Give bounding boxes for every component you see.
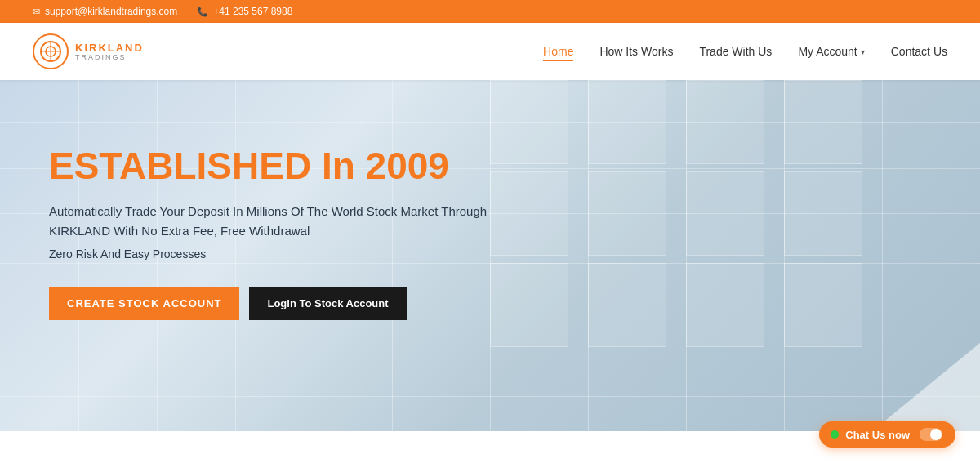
- nav-links: Home How Its Works Trade With Us My Acco…: [543, 44, 947, 59]
- hero-content: ESTABLISHED In 2009 Automatically Trade …: [0, 80, 612, 385]
- email-contact: ✉ support@kirklandtradings.com: [33, 6, 177, 17]
- chat-toggle[interactable]: [920, 428, 942, 441]
- phone-icon: 📞: [197, 7, 208, 17]
- nav-item-how[interactable]: How Its Works: [599, 44, 673, 59]
- email-icon: ✉: [33, 7, 40, 17]
- chevron-down-icon: ▾: [861, 47, 865, 56]
- hero-title: ESTABLISHED In 2009: [49, 145, 564, 187]
- nav-link-contact[interactable]: Contact Us: [891, 45, 947, 58]
- hero-description: Automatically Trade Your Deposit In Mill…: [49, 202, 523, 241]
- phone-contact: 📞 +41 235 567 8988: [197, 6, 292, 17]
- logo-icon: [33, 33, 69, 69]
- login-button[interactable]: Login To Stock Account: [249, 287, 406, 320]
- nav-item-trade[interactable]: Trade With Us: [699, 44, 772, 59]
- logo[interactable]: KIRKLAND TRADINGS: [33, 33, 144, 69]
- chat-widget[interactable]: Chat Us now: [819, 421, 956, 448]
- nav-item-account[interactable]: My Account ▾: [798, 45, 864, 58]
- create-account-button[interactable]: CREATE STOCK ACCOUNT: [49, 287, 239, 320]
- navbar: KIRKLAND TRADINGS Home How Its Works Tra…: [0, 23, 980, 80]
- nav-link-account[interactable]: My Account ▾: [798, 45, 864, 58]
- hero-buttons: CREATE STOCK ACCOUNT Login To Stock Acco…: [49, 287, 564, 320]
- top-bar: ✉ support@kirklandtradings.com 📞 +41 235…: [0, 0, 980, 23]
- phone-text: +41 235 567 8988: [213, 6, 292, 17]
- nav-link-how[interactable]: How Its Works: [599, 45, 673, 58]
- chat-label: Chat Us now: [845, 429, 910, 441]
- email-text: support@kirklandtradings.com: [45, 6, 177, 17]
- chat-button[interactable]: Chat Us now: [819, 421, 956, 448]
- nav-link-home[interactable]: Home: [543, 45, 573, 61]
- chat-online-indicator: [831, 430, 839, 439]
- hero-subtitle: Zero Risk And Easy Processes: [49, 247, 564, 260]
- logo-sub: TRADINGS: [75, 53, 144, 61]
- nav-link-trade[interactable]: Trade With Us: [699, 45, 772, 58]
- logo-brand: KIRKLAND: [75, 42, 144, 53]
- nav-item-home[interactable]: Home: [543, 44, 573, 59]
- hero-section: ESTABLISHED In 2009 Automatically Trade …: [0, 80, 980, 431]
- chat-toggle-knob: [930, 429, 942, 440]
- nav-item-contact[interactable]: Contact Us: [891, 44, 947, 59]
